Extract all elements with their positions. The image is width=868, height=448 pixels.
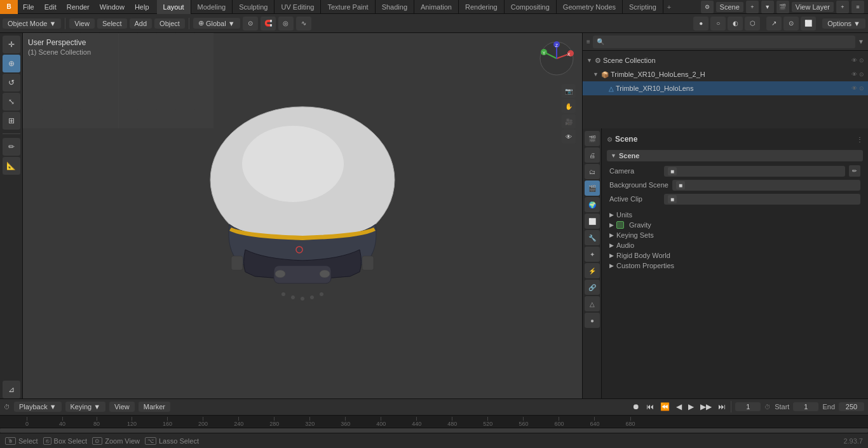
scene-section-header[interactable]: ▼ Scene	[607, 150, 863, 161]
timeline-scrollbar[interactable]	[0, 428, 868, 433]
view-dropdown[interactable]: View	[109, 402, 135, 412]
background-scene-value[interactable]: ■	[672, 180, 860, 191]
snap-btn[interactable]: 🧲	[261, 17, 276, 31]
gravity-section[interactable]: ▶ Gravity	[607, 220, 863, 230]
graph-btn[interactable]: ∿	[296, 17, 311, 31]
playback-dropdown[interactable]: Playback ▼	[14, 402, 62, 412]
marker-dropdown[interactable]: Marker	[139, 402, 170, 412]
object-mode-dropdown[interactable]: Object Mode ▼	[3, 18, 61, 29]
constraints-tab[interactable]: 🔗	[585, 280, 600, 295]
camera-edit-btn[interactable]: ✏	[849, 165, 860, 177]
tab-uv-editing[interactable]: UV Editing	[275, 0, 321, 14]
orientation-gizmo[interactable]: X Y Z	[538, 39, 576, 78]
step-back1-btn[interactable]: ◀	[675, 401, 683, 412]
cursor-tool[interactable]: ✛	[3, 36, 20, 53]
camera-icon[interactable]: 📷	[562, 84, 576, 98]
jump-start-btn[interactable]: ⏮	[645, 401, 655, 412]
view-layer-select[interactable]: View Layer	[792, 2, 834, 12]
scene-properties-tab[interactable]: 🎬	[585, 180, 600, 196]
jump-end-btn[interactable]: ⏭	[717, 401, 727, 412]
scene-select[interactable]: Scene	[716, 2, 743, 12]
extra-tool[interactable]: ⊿	[3, 381, 20, 398]
camera2-icon[interactable]: 🎥	[562, 114, 576, 128]
current-frame-input[interactable]: 1	[735, 402, 761, 411]
measure-tool[interactable]: 📐	[3, 157, 20, 175]
properties-options[interactable]: ⋮	[857, 136, 863, 143]
outliner-search[interactable]: 🔍	[593, 36, 855, 48]
custom-props-section[interactable]: ▶ Custom Properties	[607, 261, 863, 271]
transform-space[interactable]: ⊕ Global ▼	[193, 18, 240, 29]
menu-window[interactable]: Window	[95, 0, 130, 13]
menu-file[interactable]: File	[18, 0, 39, 13]
menu-help[interactable]: Help	[130, 0, 154, 13]
keying-sets-section[interactable]: ▶ Keying Sets	[607, 230, 863, 240]
tab-layout[interactable]: Layout	[157, 0, 191, 14]
step-back-btn[interactable]: ⏪	[659, 401, 671, 412]
outliner-scene-collection[interactable]: ▼ ⚙ Scene Collection 👁 ⊙	[583, 53, 868, 67]
options-dropdown[interactable]: Options ▼	[822, 18, 865, 29]
3d-viewport[interactable]: User Perspective (1) Scene Collection X …	[23, 33, 582, 398]
scale-tool[interactable]: ⤡	[3, 93, 20, 111]
transform-tool[interactable]: ⊞	[3, 112, 20, 130]
tab-shading[interactable]: Shading	[376, 0, 414, 14]
annotate-tool[interactable]: ✏	[3, 138, 20, 156]
modifier-tab[interactable]: 🔧	[585, 230, 600, 245]
viewport-shading-solid[interactable]: ●	[693, 17, 709, 31]
new-view-layer-icon[interactable]: +	[836, 1, 849, 13]
gravity-checkbox[interactable]	[616, 221, 624, 229]
rigid-body-section[interactable]: ▶ Rigid Body World	[607, 250, 863, 261]
gizmo-btn[interactable]: ↗	[766, 17, 782, 31]
tab-modeling[interactable]: Modeling	[191, 0, 233, 14]
view-menu[interactable]: View	[69, 18, 95, 29]
viewport-shading-material[interactable]: ○	[710, 17, 726, 31]
viewport-shading-rendered[interactable]: ◐	[728, 17, 743, 31]
outliner-filter[interactable]: ▼	[858, 38, 864, 45]
play-btn[interactable]: ▶	[687, 401, 695, 412]
render-properties-tab[interactable]: 🎬	[585, 131, 600, 146]
add-menu[interactable]: Add	[130, 18, 153, 29]
tab-scripting[interactable]: Scripting	[623, 0, 663, 14]
record-btn[interactable]: ⏺	[631, 401, 641, 412]
material-tab[interactable]: ●	[585, 313, 600, 328]
keying-dropdown[interactable]: Keying ▼	[65, 402, 106, 412]
outliner-mesh-item[interactable]: △ Trimble_XR10_HoloLens 👁 ⊙	[583, 81, 868, 95]
menu-edit[interactable]: Edit	[39, 0, 62, 13]
tab-sculpting[interactable]: Sculpting	[233, 0, 275, 14]
rotate-tool[interactable]: ↺	[3, 74, 20, 92]
object-menu[interactable]: Object	[154, 18, 185, 29]
camera-value[interactable]: ■	[664, 166, 845, 177]
menu-render[interactable]: Render	[62, 0, 95, 13]
tab-animation[interactable]: Animation	[414, 0, 459, 14]
pivot-btn[interactable]: ⊙	[243, 17, 258, 31]
viewport-shading-wireframe[interactable]: ⬡	[745, 17, 760, 31]
add-workspace-tab[interactable]: +	[663, 3, 675, 11]
filter-icon[interactable]: ≡	[851, 1, 864, 13]
world-properties-tab[interactable]: 🌍	[585, 197, 600, 212]
proportional-btn[interactable]: ◎	[278, 17, 294, 31]
output-properties-tab[interactable]: 🖨	[585, 147, 600, 163]
new-scene-icon[interactable]: +	[746, 1, 759, 13]
units-section[interactable]: ▶ Units	[607, 210, 863, 220]
start-frame-input[interactable]: 1	[793, 402, 818, 411]
view-layer-icon[interactable]: 🎬	[776, 1, 789, 13]
active-clip-value[interactable]: ■	[664, 194, 860, 205]
object-data-tab[interactable]: △	[585, 296, 600, 311]
timeline-track[interactable]: 0 40 80 120 160 200 240 280 320 360	[0, 416, 868, 433]
hand-tool-icon[interactable]: ✋	[562, 99, 576, 113]
tab-texture-paint[interactable]: Texture Paint	[321, 0, 375, 14]
end-frame-input[interactable]: 250	[839, 402, 864, 411]
tab-geometry-nodes[interactable]: Geometry Nodes	[557, 0, 623, 14]
scene-options-icon[interactable]: ▼	[761, 1, 774, 13]
step-fwd-btn[interactable]: ▶▶	[699, 401, 713, 412]
select-menu[interactable]: Select	[97, 18, 127, 29]
tab-compositing[interactable]: Compositing	[505, 0, 557, 14]
view-layer-tab[interactable]: 🗂	[585, 164, 600, 179]
overlays-btn[interactable]: ⊙	[783, 17, 799, 31]
outliner-trimble-collection[interactable]: ▼ 📦 Trimble_XR10_HoloLens_2_H 👁 ⊙	[583, 67, 868, 81]
audio-section[interactable]: ▶ Audio	[607, 240, 863, 250]
tab-rendering[interactable]: Rendering	[459, 0, 505, 14]
eye-icon[interactable]: 👁	[562, 130, 576, 144]
object-properties-tab[interactable]: ⬜	[585, 214, 600, 229]
scene-settings-icon[interactable]: ⚙	[701, 1, 714, 13]
physics-tab[interactable]: ⚡	[585, 263, 600, 278]
